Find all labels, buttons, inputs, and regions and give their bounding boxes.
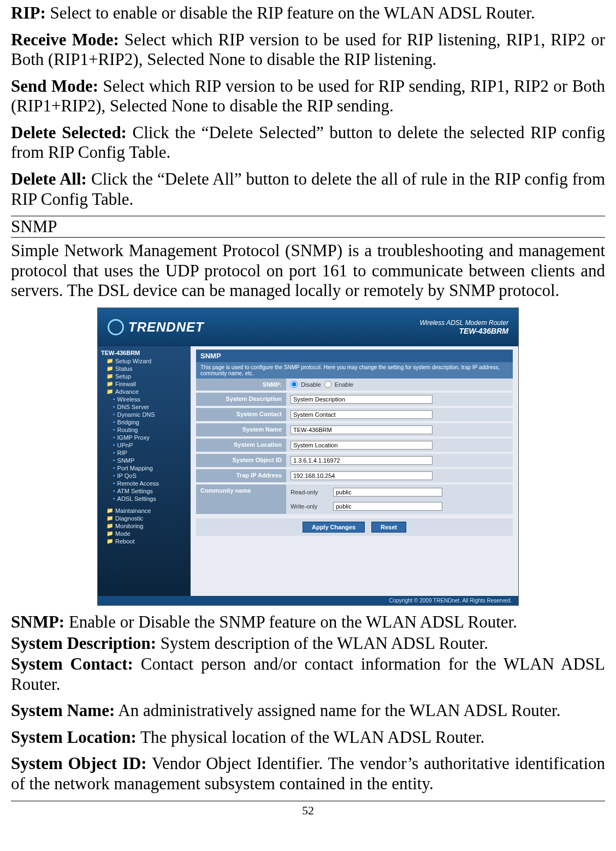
- apply-button[interactable]: Apply Changes: [303, 522, 365, 533]
- router-header: TRENDNET Wireless ADSL Modem Router TEW-…: [98, 308, 518, 346]
- snmp-field-cell: Disable Enable: [286, 379, 513, 391]
- panel-desc: This page is used to configure the SNMP …: [196, 362, 513, 379]
- router-screenshot: TRENDNET Wireless ADSL Modem Router TEW-…: [97, 308, 519, 606]
- def-sysoid-label: System Object ID:: [11, 754, 147, 773]
- sidebar-item-wireless[interactable]: Wireless: [101, 395, 187, 403]
- sys-name-input[interactable]: [291, 426, 433, 434]
- sidebar-item-bridging[interactable]: Bridging: [101, 418, 187, 426]
- sidebar-item-label: Wireless: [117, 396, 140, 403]
- sys-oid-input[interactable]: [291, 456, 433, 465]
- sys-oid-label: System Object ID: [196, 454, 286, 467]
- def-sysdesc-text: System description of the WLAN ADSL Rout…: [156, 634, 488, 653]
- send-mode-para: Send Mode: Select which RIP version to b…: [11, 76, 605, 116]
- readonly-label: Read-only: [291, 489, 329, 495]
- sidebar-folder-firewall[interactable]: Firewall: [101, 380, 187, 388]
- sidebar-item-atm-settings[interactable]: ATM Settings: [101, 487, 187, 495]
- delete-selected-para: Delete Selected: Click the “Delete Selec…: [11, 123, 605, 163]
- def-sysdesc-label: System Description:: [11, 634, 156, 653]
- sidebar-folder-status[interactable]: Status: [101, 365, 187, 373]
- sidebar-folder-advance[interactable]: Advance: [101, 388, 187, 395]
- row-trap: Trap IP Address: [196, 469, 513, 484]
- def-sysloc-text: The physical location of the WLAN ADSL R…: [137, 728, 484, 747]
- sidebar-item-label: ATM Settings: [117, 488, 153, 494]
- def-syscontact-label: System Contact:: [11, 654, 133, 673]
- sidebar-item-label: Remote Access: [117, 480, 159, 487]
- sidebar-item-adsl-settings[interactable]: ADSL Settings: [101, 495, 187, 503]
- sidebar-folder-reboot[interactable]: Reboot: [101, 537, 187, 545]
- snmp-enable-radio[interactable]: [324, 381, 331, 388]
- model-line1: Wireless ADSL Modem Router: [419, 319, 508, 327]
- sidebar-folder-maintainance[interactable]: Maintainance: [101, 507, 187, 515]
- sys-name-label: System Name: [196, 423, 286, 436]
- row-sys-desc: System Description: [196, 393, 513, 408]
- delete-all-label: Delete All:: [11, 169, 87, 188]
- snmp-disable-label: Disable: [301, 381, 321, 388]
- snmp-disable-radio[interactable]: [291, 381, 298, 388]
- sidebar-item-label: UPnP: [117, 442, 133, 448]
- trap-input[interactable]: [291, 471, 433, 480]
- router-body: TEW-436BRM Setup WizardStatusSetupFirewa…: [98, 346, 518, 596]
- row-sys-contact: System Contact: [196, 408, 513, 423]
- sidebar-item-dynamic-dns[interactable]: Dynamic DNS: [101, 411, 187, 418]
- sidebar-root[interactable]: TEW-436BRM: [101, 350, 187, 356]
- row-snmp: SNMP: Disable Enable: [196, 379, 513, 393]
- sidebar-item-port-mapping[interactable]: Port Mapping: [101, 464, 187, 472]
- sidebar-item-label: SNMP: [117, 457, 135, 464]
- sidebar-item-label: ADSL Settings: [117, 495, 156, 502]
- send-mode-label: Send Mode:: [11, 76, 98, 96]
- sidebar-item-snmp[interactable]: SNMP: [101, 457, 187, 464]
- community-label: Community name: [196, 484, 286, 514]
- sys-loc-input[interactable]: [291, 441, 433, 450]
- reset-button[interactable]: Reset: [371, 522, 406, 533]
- logo-icon: [108, 319, 124, 335]
- def-sysname-text: An administratively assigned name for th…: [115, 701, 560, 720]
- def-snmp-label: SNMP:: [11, 612, 64, 631]
- brand-text: TRENDNET: [128, 320, 204, 335]
- main-panel: SNMP This page is used to configure the …: [191, 346, 518, 596]
- sidebar-item-remote-access[interactable]: Remote Access: [101, 480, 187, 487]
- sidebar-item-upnp[interactable]: UPnP: [101, 441, 187, 449]
- sidebar-item-label: IGMP Proxy: [117, 434, 150, 441]
- sidebar-item-ip-qos[interactable]: IP QoS: [101, 472, 187, 480]
- sidebar-item-label: IP QoS: [117, 472, 137, 479]
- sidebar-folder-label: Mode: [115, 530, 131, 537]
- sidebar-folder-label: Setup: [115, 373, 131, 380]
- delete-selected-label: Delete Selected:: [11, 123, 127, 142]
- sidebar-folder-label: Reboot: [115, 538, 134, 545]
- def-sysloc: System Location: The physical location o…: [11, 728, 605, 748]
- sidebar-folder-monitoring[interactable]: Monitoring: [101, 522, 187, 530]
- writeonly-input[interactable]: [333, 502, 442, 511]
- sidebar-item-label: Port Mapping: [117, 465, 153, 471]
- readonly-input[interactable]: [333, 488, 442, 497]
- sidebar-folder-diagnostic[interactable]: Diagnostic: [101, 515, 187, 522]
- trap-label: Trap IP Address: [196, 469, 286, 482]
- sidebar-item-label: Dynamic DNS: [117, 411, 155, 418]
- sidebar-folder-label: Monitoring: [115, 523, 143, 529]
- sidebar-folder-mode[interactable]: Mode: [101, 530, 187, 537]
- delete-all-text: Click the “Delete All” button to delete …: [11, 169, 605, 209]
- brand-logo: TRENDNET: [108, 319, 204, 335]
- row-community: Community name Read-only Write-only: [196, 484, 513, 516]
- sidebar-folder-setup-wizard[interactable]: Setup Wizard: [101, 357, 187, 365]
- snmp-heading: SNMP: [11, 216, 605, 238]
- sidebar-item-label: Bridging: [117, 419, 139, 426]
- sidebar-folder-label: Setup Wizard: [115, 358, 151, 364]
- community-writeonly-row: Write-only: [291, 501, 442, 512]
- sys-contact-label: System Contact: [196, 408, 286, 421]
- sidebar-item-rip[interactable]: RIP: [101, 449, 187, 457]
- sys-desc-input[interactable]: [291, 395, 433, 404]
- sidebar-folder-setup[interactable]: Setup: [101, 373, 187, 380]
- sys-desc-label: System Description: [196, 393, 286, 406]
- snmp-field-label: SNMP:: [196, 379, 286, 391]
- sidebar-item-dns-server[interactable]: DNS Server: [101, 403, 187, 411]
- sys-contact-input[interactable]: [291, 410, 433, 419]
- page-footer: 52: [11, 801, 605, 818]
- community-readonly-row: Read-only: [291, 487, 442, 498]
- row-sys-name: System Name: [196, 423, 513, 439]
- sidebar-item-routing[interactable]: Routing: [101, 426, 187, 434]
- snmp-intro: Simple Network Management Protocol (SNMP…: [11, 241, 605, 301]
- rip-para: RIP: Select to enable or disable the RIP…: [11, 3, 605, 23]
- row-sys-oid: System Object ID: [196, 454, 513, 469]
- sidebar-item-igmp-proxy[interactable]: IGMP Proxy: [101, 434, 187, 441]
- rip-text: Select to enable or disable the RIP feat…: [46, 3, 535, 22]
